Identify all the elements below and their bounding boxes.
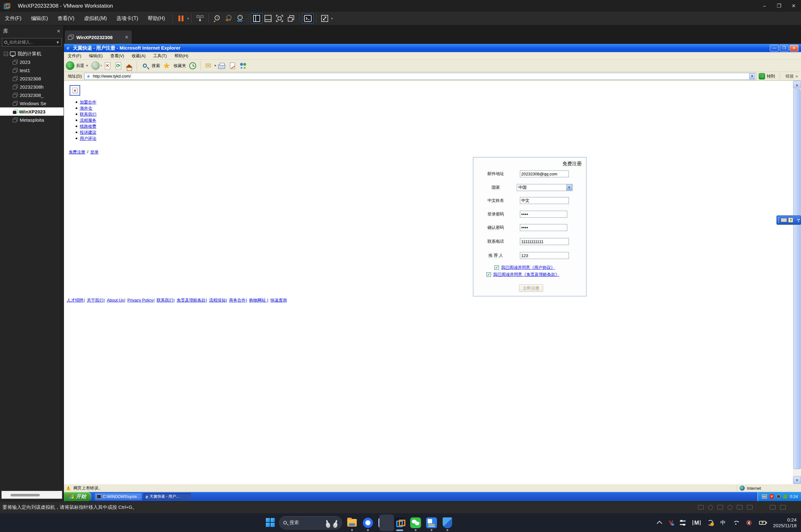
security-alert-tray-icon[interactable]: ✕ (769, 494, 774, 499)
forward-button[interactable]: → (91, 61, 100, 70)
nav-link[interactable]: 投诉建议 (80, 130, 96, 135)
footer-link[interactable]: 商务合作 (229, 298, 246, 303)
pause-vm-button[interactable] (175, 13, 187, 23)
tree-item-my-computer[interactable]: – 我的计算机 (0, 50, 63, 58)
password-field[interactable]: ●●●● (520, 211, 567, 218)
page-vertical-scrollbar[interactable]: ▲ ▼ (793, 81, 801, 484)
hardware-tray-icon[interactable] (783, 494, 788, 499)
taskbar-task-cmd[interactable]: C:\ C:\WINDOWS\syste... (94, 493, 142, 500)
print-button[interactable] (218, 62, 226, 70)
footer-link[interactable]: Privacy Policy (128, 298, 153, 303)
file-explorer-icon[interactable] (346, 517, 358, 529)
clock[interactable]: 0:24 2025/11/18 (773, 517, 797, 529)
language-bar[interactable]: ? ▬▾ (777, 215, 801, 225)
sound-device-icon[interactable] (728, 505, 732, 510)
restore-button[interactable] (772, 0, 786, 12)
footer-link[interactable]: 购物网站 (249, 298, 267, 303)
scroll-up-button[interactable]: ▲ (793, 81, 801, 89)
mixer-tray-icon[interactable] (680, 520, 686, 525)
forward-dropdown-caret[interactable]: ▾ (100, 63, 103, 68)
login-link[interactable]: 登录 (90, 149, 98, 155)
tree-item-vm[interactable]: test1 (0, 66, 63, 74)
tree-item-vm[interactable]: Windows Se (0, 99, 63, 108)
ie-menu-view[interactable]: 查看(V) (107, 53, 128, 59)
footer-link[interactable]: 人才招聘 (67, 298, 83, 303)
sync-tray-icon[interactable] (708, 520, 713, 526)
referrer-field[interactable]: 123 (520, 252, 569, 259)
refresh-button[interactable] (114, 62, 123, 70)
footer-link[interactable]: 关于我们 (87, 298, 103, 303)
network-device-icon[interactable] (718, 505, 723, 509)
ie-menu-tools[interactable]: 工具(T) (149, 53, 171, 59)
nav-link[interactable]: 用户评论 (80, 136, 96, 141)
messenger-button[interactable] (239, 62, 247, 70)
edit-button[interactable] (228, 62, 237, 70)
volume-muted-icon[interactable]: 🔇 (746, 520, 752, 526)
confirm-password-field[interactable]: ●●●● (520, 224, 567, 231)
footer-link[interactable]: About Us (107, 298, 124, 303)
tree-item-vm[interactable]: 2023 (0, 58, 63, 66)
menu-view[interactable]: 查看(V) (53, 15, 79, 22)
manage-snapshots-button[interactable] (234, 13, 245, 23)
message-log-icon[interactable] (770, 505, 776, 509)
back-label[interactable]: 后退 (76, 63, 84, 69)
ie-menu-help[interactable]: 帮助(H) (170, 53, 192, 59)
docs-app-icon[interactable] (426, 517, 437, 529)
menu-vm[interactable]: 虚拟机(M) (79, 15, 112, 22)
sidebar-horizontal-scrollbar[interactable] (1, 491, 62, 499)
chinese-name-field[interactable]: 中文 (520, 197, 569, 204)
take-snapshot-button[interactable] (211, 13, 223, 23)
home-button[interactable] (125, 62, 133, 70)
library-search-input[interactable]: 在此处键入... ▼ (2, 38, 62, 46)
tree-item-vm[interactable]: Metasploita (0, 116, 63, 124)
battery-icon[interactable] (759, 521, 766, 525)
nav-link[interactable]: 联系我们 (80, 112, 96, 117)
menu-help[interactable]: 帮助(H) (143, 15, 170, 22)
ie-menu-edit[interactable]: 编辑(E) (85, 53, 107, 59)
footer-link[interactable]: 免责及理赔条款 (176, 298, 205, 303)
vmware-tools-tray-icon[interactable]: vm (762, 494, 767, 499)
mail-dropdown-caret[interactable]: ▾ (214, 63, 216, 68)
nav-link[interactable]: 海外仓 (80, 106, 92, 111)
fullscreen-button[interactable] (274, 13, 285, 23)
menu-tabs[interactable]: 选项卡(T) (112, 15, 143, 22)
console-view-button[interactable] (302, 13, 314, 23)
favorites-button[interactable]: ★ (163, 62, 171, 70)
language-bar-controls[interactable]: ▬▾ (797, 218, 800, 223)
nav-link[interactable]: 线路收费 (80, 124, 96, 129)
register-submit-button[interactable]: 立即注册 (519, 284, 543, 292)
library-toggle-button[interactable] (251, 13, 262, 23)
history-button[interactable] (189, 62, 197, 70)
ie-menu-favorites[interactable]: 收藏(A) (128, 53, 149, 59)
back-dropdown-caret[interactable]: ▾ (86, 63, 88, 68)
minimize-button[interactable] (757, 0, 772, 12)
printer-device-icon[interactable] (747, 505, 753, 509)
help-icon[interactable]: ? (788, 218, 793, 223)
win11-start-button[interactable] (266, 518, 275, 528)
ie-menu-file[interactable]: 文件(F) (64, 53, 85, 59)
broken-image-placeholder[interactable]: ✕ (70, 85, 80, 96)
ie-minimize-button[interactable]: — (770, 45, 779, 52)
v-app-tray-icon[interactable]: V (669, 519, 673, 526)
agreement2-checkbox[interactable] (486, 272, 491, 277)
address-input[interactable]: e http://www.tykd.com/ (84, 73, 756, 80)
search-dropdown-caret[interactable]: ▼ (56, 40, 59, 44)
tree-item-vm[interactable]: 20232308 (0, 74, 63, 83)
wifi-icon[interactable] (733, 520, 739, 525)
links-chevron-icon[interactable] (796, 74, 798, 78)
links-label[interactable]: 链接 (785, 73, 794, 79)
cdrom-device-icon[interactable] (708, 505, 713, 510)
win11-search-box[interactable]: 搜索 (279, 516, 342, 530)
menu-file[interactable]: 文件(F) (0, 15, 26, 22)
unity-mode-button[interactable] (285, 13, 297, 23)
wechat-icon[interactable] (410, 517, 422, 529)
tree-item-vm[interactable]: 20232308h (0, 83, 63, 91)
ime-indicator[interactable]: 中 (720, 519, 726, 526)
keyboard-icon[interactable] (781, 218, 787, 222)
volume-tray-icon[interactable] (777, 494, 781, 499)
register-link[interactable]: 免费注册 (69, 149, 85, 155)
stop-button[interactable] (103, 62, 112, 70)
favorites-label[interactable]: 收藏夹 (174, 63, 186, 69)
footer-link[interactable]: 快递查询 (270, 298, 287, 303)
script-error-warning-icon[interactable] (66, 486, 71, 490)
